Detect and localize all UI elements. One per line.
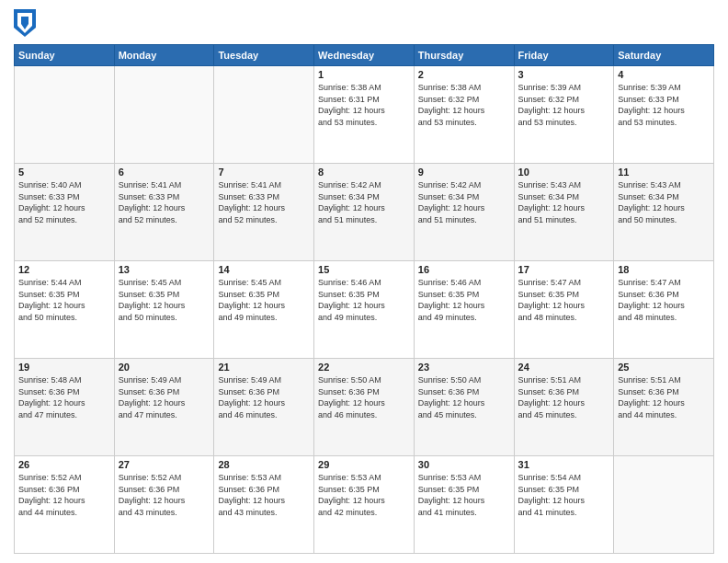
day-info: Sunrise: 5:51 AM Sunset: 6:36 PM Dayligh… bbox=[518, 374, 610, 420]
day-info: Sunrise: 5:50 AM Sunset: 6:36 PM Dayligh… bbox=[318, 374, 410, 420]
day-info: Sunrise: 5:47 AM Sunset: 6:36 PM Dayligh… bbox=[618, 277, 710, 323]
day-info: Sunrise: 5:40 AM Sunset: 6:33 PM Dayligh… bbox=[18, 179, 110, 225]
day-number: 4 bbox=[618, 69, 710, 80]
calendar-cell bbox=[114, 66, 214, 164]
week-row-0: 1Sunrise: 5:38 AM Sunset: 6:31 PM Daylig… bbox=[15, 66, 714, 164]
day-info: Sunrise: 5:53 AM Sunset: 6:36 PM Dayligh… bbox=[218, 472, 310, 518]
day-info: Sunrise: 5:53 AM Sunset: 6:35 PM Dayligh… bbox=[418, 472, 510, 518]
day-info: Sunrise: 5:41 AM Sunset: 6:33 PM Dayligh… bbox=[119, 179, 210, 225]
calendar-cell: 10Sunrise: 5:43 AM Sunset: 6:34 PM Dayli… bbox=[514, 164, 614, 261]
day-info: Sunrise: 5:45 AM Sunset: 6:35 PM Dayligh… bbox=[119, 277, 210, 323]
day-info: Sunrise: 5:53 AM Sunset: 6:35 PM Dayligh… bbox=[318, 472, 410, 518]
weekday-header-sunday: Sunday bbox=[15, 45, 115, 66]
weekday-header-thursday: Thursday bbox=[414, 45, 514, 66]
day-info: Sunrise: 5:42 AM Sunset: 6:34 PM Dayligh… bbox=[418, 179, 510, 225]
calendar-cell: 3Sunrise: 5:39 AM Sunset: 6:32 PM Daylig… bbox=[514, 66, 614, 164]
calendar-cell bbox=[614, 456, 714, 554]
week-row-3: 19Sunrise: 5:48 AM Sunset: 6:36 PM Dayli… bbox=[15, 359, 714, 456]
day-number: 6 bbox=[119, 167, 210, 178]
calendar-cell: 12Sunrise: 5:44 AM Sunset: 6:35 PM Dayli… bbox=[15, 261, 115, 359]
calendar-cell: 20Sunrise: 5:49 AM Sunset: 6:36 PM Dayli… bbox=[114, 359, 214, 456]
day-number: 31 bbox=[518, 459, 610, 470]
calendar-cell: 29Sunrise: 5:53 AM Sunset: 6:35 PM Dayli… bbox=[314, 456, 415, 554]
day-number: 2 bbox=[418, 69, 510, 80]
day-number: 5 bbox=[18, 167, 110, 178]
calendar-cell: 23Sunrise: 5:50 AM Sunset: 6:36 PM Dayli… bbox=[414, 359, 514, 456]
calendar-cell: 31Sunrise: 5:54 AM Sunset: 6:35 PM Dayli… bbox=[514, 456, 614, 554]
day-info: Sunrise: 5:39 AM Sunset: 6:32 PM Dayligh… bbox=[518, 82, 610, 128]
day-number: 28 bbox=[218, 459, 310, 470]
calendar-cell: 13Sunrise: 5:45 AM Sunset: 6:35 PM Dayli… bbox=[114, 261, 214, 359]
week-row-4: 26Sunrise: 5:52 AM Sunset: 6:36 PM Dayli… bbox=[15, 456, 714, 554]
day-number: 3 bbox=[518, 69, 610, 80]
day-info: Sunrise: 5:39 AM Sunset: 6:33 PM Dayligh… bbox=[618, 82, 710, 128]
day-info: Sunrise: 5:54 AM Sunset: 6:35 PM Dayligh… bbox=[518, 472, 610, 518]
day-info: Sunrise: 5:38 AM Sunset: 6:32 PM Dayligh… bbox=[418, 82, 510, 128]
day-number: 23 bbox=[418, 362, 510, 373]
calendar-cell: 18Sunrise: 5:47 AM Sunset: 6:36 PM Dayli… bbox=[614, 261, 714, 359]
calendar-cell: 26Sunrise: 5:52 AM Sunset: 6:36 PM Dayli… bbox=[15, 456, 115, 554]
day-info: Sunrise: 5:51 AM Sunset: 6:36 PM Dayligh… bbox=[618, 374, 710, 420]
day-number: 22 bbox=[318, 362, 410, 373]
calendar-cell: 1Sunrise: 5:38 AM Sunset: 6:31 PM Daylig… bbox=[314, 66, 415, 164]
day-number: 25 bbox=[618, 362, 710, 373]
day-number: 18 bbox=[618, 264, 710, 275]
day-number: 12 bbox=[18, 264, 110, 275]
calendar-cell: 7Sunrise: 5:41 AM Sunset: 6:33 PM Daylig… bbox=[214, 164, 314, 261]
day-number: 13 bbox=[119, 264, 210, 275]
page: SundayMondayTuesdayWednesdayThursdayFrid… bbox=[0, 0, 728, 563]
calendar-cell: 15Sunrise: 5:46 AM Sunset: 6:35 PM Dayli… bbox=[314, 261, 415, 359]
day-number: 7 bbox=[218, 167, 310, 178]
calendar: SundayMondayTuesdayWednesdayThursdayFrid… bbox=[14, 44, 714, 554]
weekday-header-wednesday: Wednesday bbox=[314, 45, 415, 66]
day-info: Sunrise: 5:52 AM Sunset: 6:36 PM Dayligh… bbox=[119, 472, 210, 518]
calendar-cell: 17Sunrise: 5:47 AM Sunset: 6:35 PM Dayli… bbox=[514, 261, 614, 359]
day-number: 17 bbox=[518, 264, 610, 275]
header bbox=[14, 9, 714, 37]
day-number: 29 bbox=[318, 459, 410, 470]
calendar-body: 1Sunrise: 5:38 AM Sunset: 6:31 PM Daylig… bbox=[15, 66, 714, 554]
day-number: 30 bbox=[418, 459, 510, 470]
calendar-cell: 14Sunrise: 5:45 AM Sunset: 6:35 PM Dayli… bbox=[214, 261, 314, 359]
day-number: 24 bbox=[518, 362, 610, 373]
day-number: 15 bbox=[318, 264, 410, 275]
day-number: 1 bbox=[318, 69, 410, 80]
calendar-header: SundayMondayTuesdayWednesdayThursdayFrid… bbox=[15, 45, 714, 66]
day-number: 27 bbox=[119, 459, 210, 470]
calendar-cell: 28Sunrise: 5:53 AM Sunset: 6:36 PM Dayli… bbox=[214, 456, 314, 554]
day-number: 10 bbox=[518, 167, 610, 178]
day-info: Sunrise: 5:47 AM Sunset: 6:35 PM Dayligh… bbox=[518, 277, 610, 323]
weekday-header-friday: Friday bbox=[514, 45, 614, 66]
day-number: 20 bbox=[119, 362, 210, 373]
day-number: 21 bbox=[218, 362, 310, 373]
calendar-cell bbox=[15, 66, 115, 164]
day-info: Sunrise: 5:42 AM Sunset: 6:34 PM Dayligh… bbox=[318, 179, 410, 225]
week-row-2: 12Sunrise: 5:44 AM Sunset: 6:35 PM Dayli… bbox=[15, 261, 714, 359]
day-number: 8 bbox=[318, 167, 410, 178]
logo bbox=[14, 9, 40, 37]
weekday-header-monday: Monday bbox=[114, 45, 214, 66]
calendar-cell: 9Sunrise: 5:42 AM Sunset: 6:34 PM Daylig… bbox=[414, 164, 514, 261]
day-info: Sunrise: 5:45 AM Sunset: 6:35 PM Dayligh… bbox=[218, 277, 310, 323]
day-number: 16 bbox=[418, 264, 510, 275]
calendar-cell: 11Sunrise: 5:43 AM Sunset: 6:34 PM Dayli… bbox=[614, 164, 714, 261]
calendar-cell: 21Sunrise: 5:49 AM Sunset: 6:36 PM Dayli… bbox=[214, 359, 314, 456]
logo-icon bbox=[14, 9, 36, 37]
calendar-cell: 4Sunrise: 5:39 AM Sunset: 6:33 PM Daylig… bbox=[614, 66, 714, 164]
calendar-cell: 24Sunrise: 5:51 AM Sunset: 6:36 PM Dayli… bbox=[514, 359, 614, 456]
calendar-cell: 25Sunrise: 5:51 AM Sunset: 6:36 PM Dayli… bbox=[614, 359, 714, 456]
day-info: Sunrise: 5:52 AM Sunset: 6:36 PM Dayligh… bbox=[18, 472, 110, 518]
day-info: Sunrise: 5:49 AM Sunset: 6:36 PM Dayligh… bbox=[119, 374, 210, 420]
calendar-cell: 16Sunrise: 5:46 AM Sunset: 6:35 PM Dayli… bbox=[414, 261, 514, 359]
day-info: Sunrise: 5:41 AM Sunset: 6:33 PM Dayligh… bbox=[218, 179, 310, 225]
calendar-cell: 8Sunrise: 5:42 AM Sunset: 6:34 PM Daylig… bbox=[314, 164, 415, 261]
day-number: 26 bbox=[18, 459, 110, 470]
day-info: Sunrise: 5:38 AM Sunset: 6:31 PM Dayligh… bbox=[318, 82, 410, 128]
day-info: Sunrise: 5:43 AM Sunset: 6:34 PM Dayligh… bbox=[618, 179, 710, 225]
calendar-cell bbox=[214, 66, 314, 164]
day-info: Sunrise: 5:50 AM Sunset: 6:36 PM Dayligh… bbox=[418, 374, 510, 420]
calendar-cell: 19Sunrise: 5:48 AM Sunset: 6:36 PM Dayli… bbox=[15, 359, 115, 456]
calendar-cell: 2Sunrise: 5:38 AM Sunset: 6:32 PM Daylig… bbox=[414, 66, 514, 164]
day-number: 11 bbox=[618, 167, 710, 178]
week-row-1: 5Sunrise: 5:40 AM Sunset: 6:33 PM Daylig… bbox=[15, 164, 714, 261]
